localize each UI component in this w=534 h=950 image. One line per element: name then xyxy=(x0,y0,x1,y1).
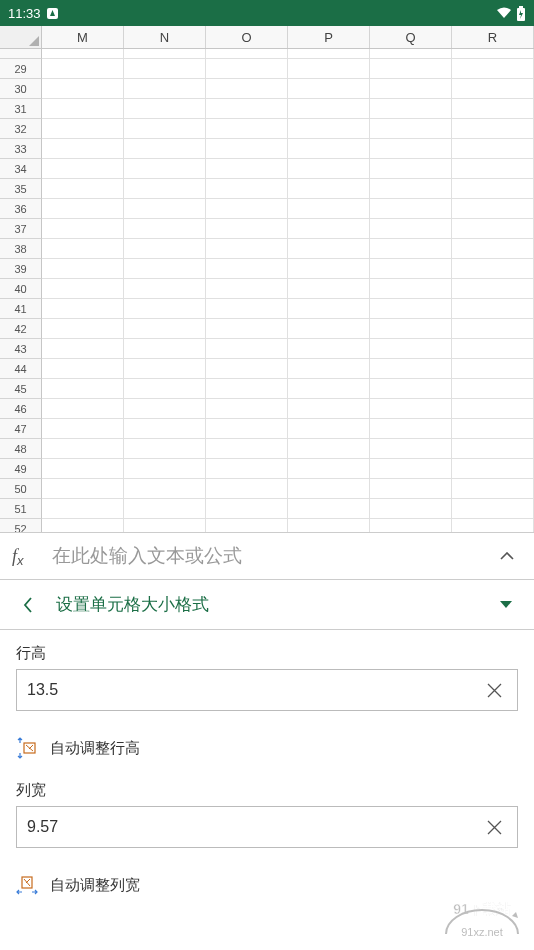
cell[interactable] xyxy=(452,379,534,399)
cell[interactable] xyxy=(124,139,206,159)
cell[interactable] xyxy=(42,99,124,119)
cell[interactable] xyxy=(42,499,124,519)
cell[interactable] xyxy=(370,439,452,459)
cell[interactable] xyxy=(288,379,370,399)
cell[interactable] xyxy=(288,479,370,499)
cell[interactable] xyxy=(124,99,206,119)
row-header[interactable]: 45 xyxy=(0,379,42,399)
cell[interactable] xyxy=(124,59,206,79)
cell[interactable] xyxy=(206,319,288,339)
cell[interactable] xyxy=(370,49,452,59)
cell[interactable] xyxy=(288,319,370,339)
cell[interactable] xyxy=(42,159,124,179)
cell[interactable] xyxy=(370,99,452,119)
row-header[interactable]: 48 xyxy=(0,439,42,459)
row-header[interactable]: 40 xyxy=(0,279,42,299)
row-header[interactable]: 47 xyxy=(0,419,42,439)
cell[interactable] xyxy=(370,479,452,499)
cell[interactable] xyxy=(288,239,370,259)
cell[interactable] xyxy=(42,419,124,439)
cell[interactable] xyxy=(288,79,370,99)
cell[interactable] xyxy=(124,319,206,339)
cell[interactable] xyxy=(288,519,370,532)
row-header[interactable]: 39 xyxy=(0,259,42,279)
cell[interactable] xyxy=(452,219,534,239)
cell[interactable] xyxy=(42,439,124,459)
cell[interactable] xyxy=(452,279,534,299)
cell[interactable] xyxy=(452,79,534,99)
cell[interactable] xyxy=(42,479,124,499)
cell[interactable] xyxy=(370,319,452,339)
column-header[interactable]: R xyxy=(452,26,534,48)
cell[interactable] xyxy=(124,359,206,379)
row-header[interactable]: 42 xyxy=(0,319,42,339)
cell[interactable] xyxy=(124,179,206,199)
column-header[interactable]: Q xyxy=(370,26,452,48)
cell[interactable] xyxy=(370,199,452,219)
cell[interactable] xyxy=(206,79,288,99)
cell[interactable] xyxy=(370,139,452,159)
row-header[interactable] xyxy=(0,49,42,59)
row-header[interactable]: 32 xyxy=(0,119,42,139)
cell[interactable] xyxy=(288,139,370,159)
cell[interactable] xyxy=(206,139,288,159)
cell[interactable] xyxy=(452,339,534,359)
cell[interactable] xyxy=(124,79,206,99)
cell[interactable] xyxy=(206,479,288,499)
cell[interactable] xyxy=(452,359,534,379)
row-header[interactable]: 43 xyxy=(0,339,42,359)
cell[interactable] xyxy=(370,399,452,419)
cell[interactable] xyxy=(124,49,206,59)
cell[interactable] xyxy=(42,519,124,532)
column-header[interactable]: P xyxy=(288,26,370,48)
cell[interactable] xyxy=(42,49,124,59)
column-header[interactable]: M xyxy=(42,26,124,48)
cell[interactable] xyxy=(288,199,370,219)
row-header[interactable]: 33 xyxy=(0,139,42,159)
cell[interactable] xyxy=(124,259,206,279)
cell[interactable] xyxy=(288,499,370,519)
column-header[interactable]: N xyxy=(124,26,206,48)
cell[interactable] xyxy=(288,279,370,299)
cell[interactable] xyxy=(288,119,370,139)
cell[interactable] xyxy=(42,219,124,239)
cell[interactable] xyxy=(370,459,452,479)
cell[interactable] xyxy=(42,139,124,159)
cell[interactable] xyxy=(42,339,124,359)
row-header[interactable]: 35 xyxy=(0,179,42,199)
cell[interactable] xyxy=(452,459,534,479)
clear-col-width-button[interactable] xyxy=(481,814,507,840)
cell[interactable] xyxy=(370,419,452,439)
row-header[interactable]: 51 xyxy=(0,499,42,519)
cell[interactable] xyxy=(370,79,452,99)
cell[interactable] xyxy=(42,379,124,399)
cell[interactable] xyxy=(206,459,288,479)
cell[interactable] xyxy=(206,239,288,259)
cell[interactable] xyxy=(206,99,288,119)
cell[interactable] xyxy=(124,499,206,519)
cell[interactable] xyxy=(206,419,288,439)
cell[interactable] xyxy=(206,439,288,459)
cell[interactable] xyxy=(288,179,370,199)
row-header[interactable]: 31 xyxy=(0,99,42,119)
cell[interactable] xyxy=(370,219,452,239)
chevron-up-icon[interactable] xyxy=(492,552,522,560)
cell[interactable] xyxy=(124,519,206,532)
cell[interactable] xyxy=(206,519,288,532)
panel-dropdown-button[interactable] xyxy=(482,581,530,629)
cell[interactable] xyxy=(288,299,370,319)
cell[interactable] xyxy=(206,379,288,399)
cell[interactable] xyxy=(370,259,452,279)
auto-col-width-button[interactable]: 自动调整列宽 xyxy=(16,868,518,914)
cell[interactable] xyxy=(124,419,206,439)
column-header[interactable]: O xyxy=(206,26,288,48)
cell[interactable] xyxy=(206,299,288,319)
row-header[interactable]: 50 xyxy=(0,479,42,499)
back-button[interactable] xyxy=(4,581,52,629)
clear-row-height-button[interactable] xyxy=(481,677,507,703)
cell[interactable] xyxy=(124,479,206,499)
row-header[interactable]: 38 xyxy=(0,239,42,259)
cell[interactable] xyxy=(452,179,534,199)
cell[interactable] xyxy=(206,49,288,59)
cell[interactable] xyxy=(452,199,534,219)
